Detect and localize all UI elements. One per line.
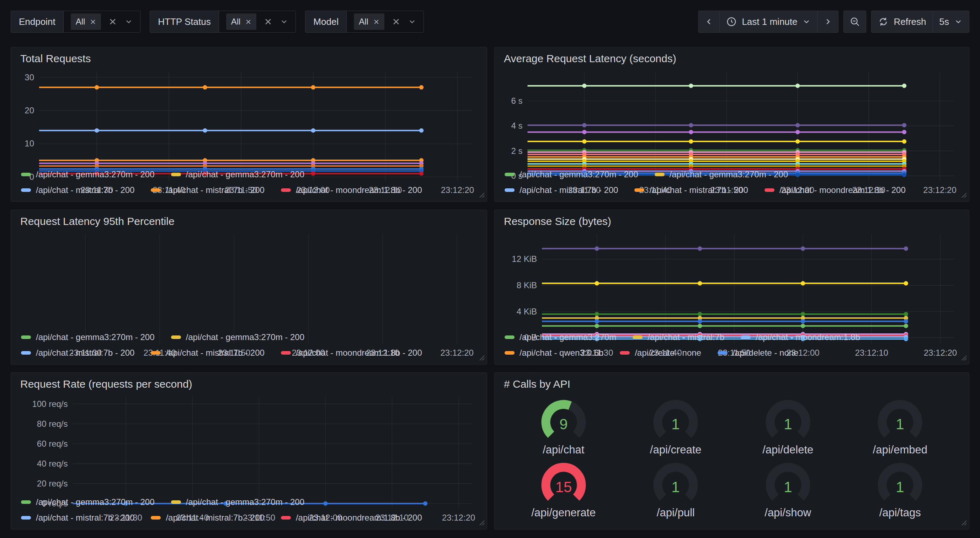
gauge: 1/api/create: [642, 397, 710, 456]
time-series-plot[interactable]: 23:11:3023:11:4023:11:5023:12:0023:12:10…: [20, 67, 477, 166]
filter-model-value[interactable]: All: [347, 11, 423, 32]
legend-series-label: /api/delete - none: [732, 348, 798, 358]
panel-title[interactable]: # Calls by API: [504, 377, 960, 393]
legend-item[interactable]: /api/chat - mistral:7b - 200: [21, 348, 134, 358]
legend-item[interactable]: /api/chat - mistral:7b - 200: [634, 185, 748, 195]
legend-item[interactable]: /api/chat - moondream:1.8b: [741, 332, 860, 342]
legend-item[interactable]: /api/chat - qwen3:0.6b: [504, 348, 603, 358]
legend-item[interactable]: /api/chat - mistral:7b - 200: [504, 185, 618, 195]
gauge-arc: 9: [530, 397, 597, 443]
panel-resize-handle[interactable]: [479, 355, 485, 362]
panel-resize-handle[interactable]: [479, 192, 485, 200]
gauge: 1/api/show: [754, 459, 822, 519]
svg-text:20 req/s: 20 req/s: [37, 479, 68, 488]
legend-series-label: /api/chat - gemma3:270m - 200: [186, 497, 305, 507]
legend-item[interactable]: /api/chat - gemma3:270m - 200: [504, 170, 638, 179]
legend-item[interactable]: /api/chat - moondream:1.8b - 200: [765, 185, 906, 195]
legend-item[interactable]: /api/chat - mistral:7b - 200: [21, 513, 134, 523]
refresh-button[interactable]: Refresh: [872, 11, 933, 32]
legend-item[interactable]: /api/chat - mistral:7b - 200: [151, 185, 264, 195]
remove-tag-icon[interactable]: [90, 19, 96, 25]
panel-title[interactable]: Total Requests: [20, 52, 477, 67]
gauge-label: /api/delete: [762, 443, 813, 456]
gauge-value: 1: [672, 479, 680, 495]
svg-text:4 KiB: 4 KiB: [517, 307, 537, 316]
panel-resize-handle[interactable]: [961, 192, 967, 200]
panel-resize-handle[interactable]: [961, 355, 967, 362]
legend-item[interactable]: /api/chat - moondream:1.8b - 200: [281, 185, 422, 195]
legend-item[interactable]: /api/chat - gemma3:270m: [504, 332, 616, 342]
time-range-picker-button[interactable]: Last 1 minute: [720, 11, 818, 32]
panel-request-latency-95th: Request Latency 95th Percentile 23:11:30…: [11, 209, 487, 365]
panel-title[interactable]: Request Latency 95th Percentile: [20, 214, 477, 230]
legend-series-label: /api/chat - mistral:7b - 200: [649, 185, 748, 195]
refresh-interval-button[interactable]: 5s: [933, 11, 969, 32]
chevron-down-icon[interactable]: [280, 17, 288, 26]
legend-series-color-chip: [634, 188, 644, 192]
legend-item[interactable]: /api/chat - mistral:7b - 200: [151, 348, 264, 358]
legend-series-color-chip: [21, 173, 31, 176]
remove-tag-icon[interactable]: [245, 19, 251, 25]
legend-row: /api/chat - mistral:7b - 200/api/chat - …: [20, 345, 477, 361]
panel-title[interactable]: Request Rate (requests per second): [20, 377, 477, 393]
svg-text:40 req/s: 40 req/s: [37, 459, 68, 468]
legend-series-color-chip: [281, 516, 291, 519]
legend-item[interactable]: /api/chat - mistral:7b: [633, 332, 724, 342]
legend-item[interactable]: /api/chat - moondream:1.8b - 200: [281, 348, 422, 358]
panel-title[interactable]: Response Size (bytes): [504, 214, 960, 230]
gauge-arc: 15: [530, 459, 597, 506]
filter-chip-text: All: [231, 17, 241, 27]
filter-model-chip[interactable]: All: [354, 14, 384, 30]
legend-series-label: /api/chat - gemma3:270m - 200: [36, 332, 155, 342]
time-series-plot[interactable]: 23:11:3023:11:4023:11:5023:12:0023:12:10…: [504, 230, 960, 329]
legend-item[interactable]: /api/delete - none: [718, 348, 798, 358]
legend-item[interactable]: /api/chat - gemma3:270m - 200: [21, 497, 155, 507]
filter-endpoint-value[interactable]: All: [64, 11, 140, 32]
legend-series-label: /api/chat - mistral:7b - 200: [166, 185, 264, 195]
toolbar: Endpoint All H: [0, 0, 980, 36]
panel-resize-handle[interactable]: [961, 519, 967, 527]
legend-item[interactable]: /api/chat - gemma3:270m - 200: [21, 170, 155, 179]
zoom-out-button[interactable]: [844, 11, 866, 32]
clear-selection-icon[interactable]: [264, 18, 272, 25]
legend-series-color-chip: [21, 516, 31, 519]
panel-resize-handle[interactable]: [479, 519, 485, 527]
gauge-label: /api/embed: [873, 443, 928, 456]
legend: /api/chat - gemma3:270m - 200/api/chat -…: [20, 494, 477, 525]
legend-series-label: /api/chat - mistral:7b: [648, 332, 724, 342]
time-shift-back-button[interactable]: [699, 11, 720, 32]
time-series-plot[interactable]: 23:11:3023:11:4023:11:5023:12:0023:12:10…: [504, 67, 960, 166]
filter-chip-text: All: [76, 17, 85, 27]
legend-item[interactable]: /api/create - none: [620, 348, 701, 358]
refresh-label: Refresh: [894, 16, 926, 27]
panel-average-request-latency: Average Request Latency (seconds) 23:11:…: [494, 47, 969, 202]
chevron-down-icon[interactable]: [408, 17, 417, 26]
gauge: 15/api/generate: [530, 459, 597, 519]
legend-row: /api/chat - mistral:7b - 200/api/chat - …: [20, 510, 477, 525]
legend-item[interactable]: /api/chat - gemma3:270m - 200: [655, 170, 788, 179]
legend-series-color-chip: [151, 188, 161, 192]
legend-item[interactable]: /api/chat - gemma3:270m - 200: [21, 332, 155, 342]
legend-series-label: /api/chat - gemma3:270m - 200: [186, 332, 305, 342]
legend-item[interactable]: /api/chat - gemma3:270m - 200: [171, 332, 305, 342]
legend-item[interactable]: /api/chat - gemma3:270m - 200: [171, 170, 305, 179]
clear-selection-icon[interactable]: [109, 18, 117, 25]
filter-http-status-value[interactable]: All: [219, 11, 296, 32]
legend-item[interactable]: /api/chat - mistral:7b - 200: [21, 185, 134, 195]
clear-selection-icon[interactable]: [392, 18, 400, 25]
filter-endpoint-chip[interactable]: All: [71, 14, 101, 30]
time-series-plot[interactable]: 23:11:3023:11:4023:11:5023:12:0023:12:10…: [20, 230, 477, 329]
panel-title[interactable]: Average Request Latency (seconds): [504, 52, 960, 67]
legend-item[interactable]: /api/chat - mistral:7b - 200: [151, 513, 264, 523]
chevron-down-icon[interactable]: [124, 17, 133, 26]
time-shift-forward-button[interactable]: [818, 11, 838, 32]
filter-endpoint-label: Endpoint: [11, 11, 64, 32]
legend-series-label: /api/chat - gemma3:270m - 200: [670, 170, 788, 179]
legend-item[interactable]: /api/chat - moondream:1.8b - 200: [281, 513, 422, 523]
legend-series-label: /api/chat - moondream:1.8b - 200: [296, 513, 422, 523]
time-series-plot[interactable]: 23:11:3023:11:4023:11:5023:12:0023:12:10…: [20, 393, 477, 494]
legend-item[interactable]: /api/chat - gemma3:270m - 200: [171, 497, 305, 507]
legend: /api/chat - gemma3:270m/api/chat - mistr…: [504, 329, 960, 361]
remove-tag-icon[interactable]: [373, 19, 379, 25]
filter-http-status-chip[interactable]: All: [226, 14, 257, 30]
